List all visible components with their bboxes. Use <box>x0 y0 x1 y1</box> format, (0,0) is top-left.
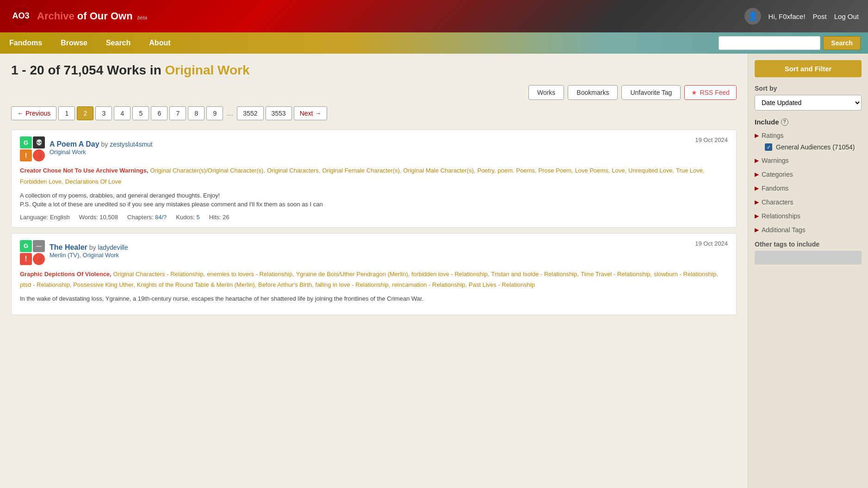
tag-link[interactable]: enemies to lovers - Relationship, <box>207 271 294 278</box>
fandom-link[interactable]: Merlin (TV) <box>50 252 79 259</box>
prev-page-button[interactable]: ← Previous <box>11 106 56 120</box>
categories-arrow-icon: ▶ <box>755 171 759 178</box>
characters-arrow-icon: ▶ <box>755 199 759 205</box>
tag-link[interactable]: Possessive King Uther, <box>73 281 135 288</box>
tag-link[interactable]: Forbidden Love, <box>20 178 63 185</box>
sidebar: Sort and Filter Sort by Date Updated Bes… <box>748 54 868 488</box>
tag-link[interactable]: Prose Poem, <box>539 167 573 174</box>
page-btn-3[interactable]: 3 <box>95 106 112 120</box>
action-bar: Works Bookmarks Unfavorite Tag ★ RSS Fee… <box>11 85 737 100</box>
rating-icon-g: G <box>20 136 32 148</box>
page-btn-3553[interactable]: 3553 <box>266 106 292 120</box>
general-audiences-label[interactable]: General Audiences (71054) <box>776 143 855 151</box>
logout-link[interactable]: Log Out <box>834 12 859 20</box>
characters-toggle[interactable]: ▶ Characters <box>755 196 862 208</box>
include-help-icon[interactable]: ? <box>781 118 788 126</box>
work-words: Words: 10,508 <box>79 214 118 221</box>
works-button[interactable]: Works <box>528 85 564 100</box>
work-author-link[interactable]: zestyslut4smut <box>110 141 153 148</box>
tag-link[interactable]: Love, <box>612 167 626 174</box>
work-header: G 💀 ! 🚫 A Poem A Day by zestyslut4smut <box>20 136 728 161</box>
tag-link[interactable]: Original Female Character(s), <box>322 167 401 174</box>
chapters-link[interactable]: 84/? <box>155 214 167 221</box>
nav-item-search[interactable]: Search <box>97 33 140 53</box>
page-btn-9[interactable]: 9 <box>206 106 223 120</box>
tag-link[interactable]: slowburn - Relationship, <box>654 271 718 278</box>
work-icons-row-top: G 💀 <box>20 136 45 148</box>
post-link[interactable]: Post <box>813 12 827 20</box>
fandom-link[interactable]: Original Work <box>50 148 86 155</box>
additional-tags-toggle[interactable]: ▶ Additional Tags <box>755 224 862 236</box>
fandom-link[interactable]: Original Work <box>83 252 119 259</box>
work-title-line: A Poem A Day by zestyslut4smut <box>50 140 153 148</box>
warnings-toggle[interactable]: ▶ Warnings <box>755 154 862 167</box>
page-btn-7[interactable]: 7 <box>169 106 186 120</box>
tag-link[interactable]: forbidden love - Relationship, <box>411 271 489 278</box>
page-btn-3552[interactable]: 3552 <box>237 106 263 120</box>
tag-link[interactable]: Unrequited Love, <box>628 167 674 174</box>
work-title-link[interactable]: A Poem A Day <box>50 140 99 148</box>
nav-item-fandoms[interactable]: Fandoms <box>0 33 51 53</box>
sort-select[interactable]: Date Updated Best Match Author Title Dat… <box>755 95 862 111</box>
characters-label: Characters <box>762 198 793 206</box>
page-btn-2[interactable]: 2 <box>77 106 93 120</box>
tag-link[interactable]: Love Poems, <box>575 167 610 174</box>
filter-section-characters: ▶ Characters <box>755 196 862 208</box>
ratings-toggle[interactable]: ▶ Ratings <box>755 130 862 142</box>
tag-link[interactable]: Ygraine de Bois/Uther Pendragon (Merlin)… <box>296 271 410 278</box>
tag-link[interactable]: Knights of the Round Table & Merlin (Mer… <box>137 281 256 288</box>
filter-section-categories: ▶ Categories <box>755 168 862 180</box>
include-label: Include ? <box>755 118 862 126</box>
other-tags-input-placeholder[interactable] <box>755 251 862 265</box>
bookmarks-button[interactable]: Bookmarks <box>568 85 618 100</box>
tag-link[interactable]: ptsd - Relationship, <box>20 281 71 288</box>
work-title-area: G 💀 ! 🚫 A Poem A Day by zestyslut4smut <box>20 136 153 161</box>
nav-item-about[interactable]: About <box>140 33 180 53</box>
tag-link[interactable]: Before Arthur's Birth, <box>258 281 314 288</box>
page-btn-6[interactable]: 6 <box>151 106 167 120</box>
filter-section-warnings: ▶ Warnings <box>755 154 862 167</box>
kudos-link[interactable]: 5 <box>196 214 199 221</box>
main-content: 1 - 20 of 71,054 Works in Original Work … <box>0 54 748 488</box>
search-button[interactable]: Search <box>823 36 861 50</box>
tag-link[interactable]: Original Characters - Relationship, <box>113 271 205 278</box>
complete-icon: 🚫 <box>33 253 45 265</box>
ratings-label: Ratings <box>762 132 783 139</box>
tag-link[interactable]: True Love, <box>676 167 705 174</box>
fandoms-toggle[interactable]: ▶ Fandoms <box>755 182 862 194</box>
work-title-link[interactable]: The Healer <box>50 243 87 251</box>
tag-link[interactable]: falling in love - Relationship, <box>316 281 391 288</box>
work-author-link[interactable]: ladydeville <box>98 244 128 251</box>
work-meta: Language: English Words: 10,508 Chapters… <box>20 214 728 221</box>
tag-link[interactable]: Original Characters, <box>267 167 321 174</box>
warnings-label: Warnings <box>762 157 789 164</box>
warning-tag[interactable]: Creator Chose Not To Use Archive Warning… <box>20 167 149 174</box>
tag-link[interactable]: Tristan and Isolde - Relationship, <box>491 271 579 278</box>
page-btn-5[interactable]: 5 <box>132 106 149 120</box>
warning-tag[interactable]: Graphic Depictions Of Violence, <box>20 271 112 278</box>
rss-button[interactable]: ★ RSS Feed <box>684 85 737 100</box>
complete-icon: 🚫 <box>33 149 45 161</box>
next-page-button[interactable]: Next → <box>294 106 328 120</box>
tag-link[interactable]: Poetry, <box>477 167 496 174</box>
page-btn-1[interactable]: 1 <box>58 106 75 120</box>
tag-link[interactable]: Original Character(s)/Original Character… <box>150 167 266 174</box>
tag-link[interactable]: Original Male Character(s), <box>403 167 476 174</box>
nav-item-browse[interactable]: Browse <box>51 33 97 53</box>
tag-link[interactable]: poem, <box>498 167 515 174</box>
relationships-toggle[interactable]: ▶ Relationships <box>755 210 862 222</box>
categories-toggle[interactable]: ▶ Categories <box>755 168 862 180</box>
work-summary: In the wake of devastating loss, Ygrainn… <box>20 294 728 303</box>
tag-link[interactable]: reincarnation - Relationship, <box>392 281 467 288</box>
tag-link[interactable]: Time Travel - Relationship, <box>581 271 652 278</box>
unfavorite-button[interactable]: Unfavorite Tag <box>621 85 681 100</box>
page-btn-4[interactable]: 4 <box>114 106 130 120</box>
tag-link[interactable]: Poems, <box>516 167 537 174</box>
tag-link[interactable]: Past Lives - Relationship <box>469 281 535 288</box>
rating-icon-g: G <box>20 240 32 252</box>
page-btn-8[interactable]: 8 <box>188 106 205 120</box>
search-input[interactable] <box>719 36 820 50</box>
sort-filter-button[interactable]: Sort and Filter <box>755 60 862 77</box>
work-item: G 💀 ! 🚫 A Poem A Day by zestyslut4smut <box>11 130 737 228</box>
tag-link[interactable]: Declarations Of Love <box>65 178 121 185</box>
